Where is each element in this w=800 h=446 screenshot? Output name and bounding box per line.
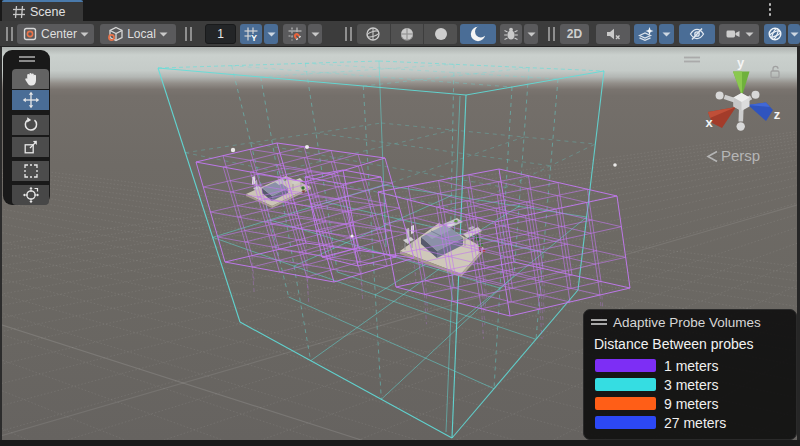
svg-text:Y: Y [251,33,257,43]
svg-text:z: z [774,107,781,122]
svg-text:Persp: Persp [721,147,760,164]
svg-text:x: x [705,115,713,130]
svg-text:y: y [737,55,745,70]
